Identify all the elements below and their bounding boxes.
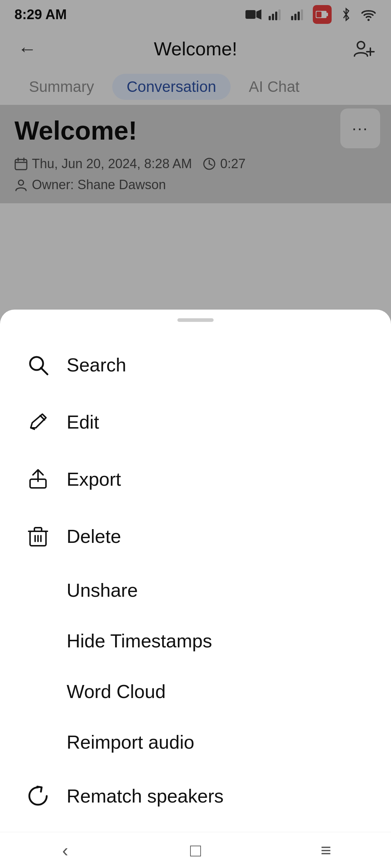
sheet-handle xyxy=(177,318,214,322)
edit-label: Edit xyxy=(67,411,99,433)
menu-items: Search Edit Export xyxy=(0,329,391,832)
reimport-audio-label: Reimport audio xyxy=(67,732,194,753)
nav-home-button[interactable]: □ xyxy=(174,838,217,863)
nav-menu-button[interactable]: ≡ xyxy=(304,838,348,863)
search-icon xyxy=(25,352,51,378)
rematch-speakers-label: Rematch speakers xyxy=(67,785,224,807)
svg-line-26 xyxy=(41,368,47,374)
menu-item-reimport-audio[interactable]: Reimport audio xyxy=(0,717,391,767)
menu-item-search[interactable]: Search xyxy=(0,336,391,393)
sheet-handle-container xyxy=(0,310,391,329)
bottom-nav: ‹ □ ≡ xyxy=(0,832,391,868)
menu-item-edit[interactable]: Edit xyxy=(0,393,391,451)
nav-back-icon: ‹ xyxy=(62,840,68,861)
export-label: Export xyxy=(67,468,121,490)
edit-icon xyxy=(25,409,51,435)
nav-home-icon: □ xyxy=(190,840,201,861)
nav-back-button[interactable]: ‹ xyxy=(43,838,87,863)
nav-menu-icon: ≡ xyxy=(320,840,331,861)
word-cloud-label: Word Cloud xyxy=(67,681,166,702)
rematch-icon xyxy=(25,783,51,809)
menu-item-word-cloud[interactable]: Word Cloud xyxy=(0,666,391,717)
search-label: Search xyxy=(67,354,126,376)
unshare-label: Unshare xyxy=(67,580,138,601)
menu-item-unshare[interactable]: Unshare xyxy=(0,565,391,616)
svg-rect-33 xyxy=(34,528,42,531)
bottom-sheet: Search Edit Export xyxy=(0,310,391,868)
delete-icon xyxy=(25,524,51,549)
hide-timestamps-label: Hide Timestamps xyxy=(67,630,212,651)
menu-item-hide-timestamps[interactable]: Hide Timestamps xyxy=(0,616,391,666)
delete-label: Delete xyxy=(67,526,121,547)
menu-item-delete[interactable]: Delete xyxy=(0,508,391,565)
export-icon xyxy=(25,467,51,492)
menu-item-rematch-speakers[interactable]: Rematch speakers xyxy=(0,767,391,825)
menu-item-export[interactable]: Export xyxy=(0,451,391,508)
